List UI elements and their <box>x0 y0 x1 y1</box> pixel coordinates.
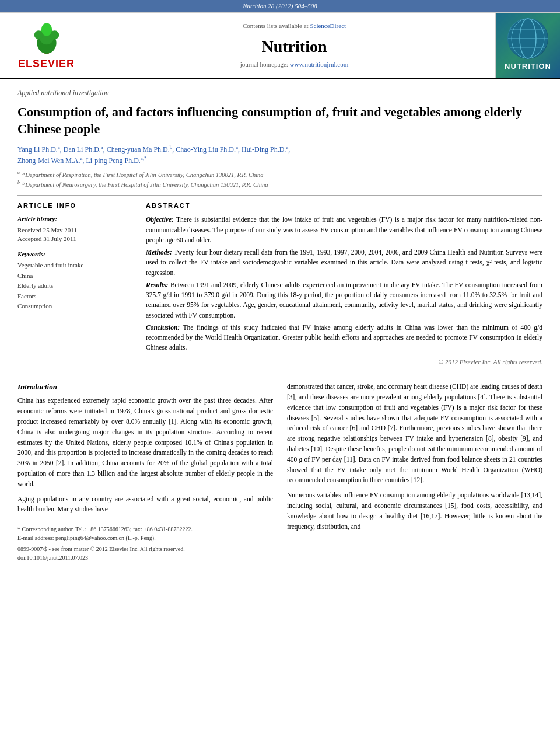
footnote-corresponding: * Corresponding author. Tel.: +86 137566… <box>18 525 273 534</box>
abstract-conclusion: Conclusion: The findings of this study i… <box>146 323 542 353</box>
results-text: Between 1991 and 2009, elderly Chinese a… <box>146 281 542 319</box>
methods-text: Twenty-four-hour dietary recall data fro… <box>146 249 542 276</box>
sciencedirect-link[interactable]: ScienceDirect <box>310 22 346 29</box>
journal-header: ELSEVIER Contents lists available at Sci… <box>0 12 560 78</box>
nutrition-globe-icon <box>508 18 548 59</box>
footnote-issn: 0899-9007/$ - see front matter © 2012 El… <box>18 545 273 553</box>
keyword-3: Elderly adults <box>18 281 124 291</box>
affiliations: a ᵃ Department of Respiration, the First… <box>18 169 542 190</box>
body-right-column: demonstrated that cancer, stroke, and co… <box>287 382 542 562</box>
keyword-1: Vegetable and fruit intake <box>18 260 124 271</box>
abstract-objective: Objective: There is substantial evidence… <box>146 215 542 245</box>
footnote-doi: doi:10.1016/j.nut.2011.07.023 <box>18 553 273 562</box>
intro-para-2: Aging populations in any country are ass… <box>18 494 273 515</box>
authors-list: Yang Li Ph.D.a, Dan Li Ph.D.a, Cheng-yua… <box>18 144 542 166</box>
journal-center: Contents lists available at ScienceDirec… <box>93 13 496 77</box>
keywords-label: Keywords: <box>18 250 124 259</box>
article-info-heading: ARTICLE INFO <box>18 201 124 210</box>
abstract-heading: ABSTRACT <box>146 201 542 210</box>
introduction-heading: Introduction <box>18 382 273 392</box>
results-label: Results: <box>146 281 168 288</box>
abstract-column: ABSTRACT Objective: There is substantial… <box>146 201 542 367</box>
elsevier-logo: ELSEVIER <box>0 13 93 77</box>
objective-label: Objective: <box>146 216 174 223</box>
svg-point-3 <box>41 23 51 36</box>
journal-title-display: Nutrition <box>262 35 327 58</box>
journal-page: Nutrition 28 (2012) 504–508 ELSEVIER C <box>0 0 560 571</box>
keywords-list: Vegetable and fruit intake China Elderly… <box>18 260 124 312</box>
section-divider <box>18 195 542 196</box>
keyword-5: Consumption <box>18 301 124 312</box>
abstract-text: Objective: There is substantial evidence… <box>146 215 542 353</box>
citation-text: Nutrition 28 (2012) 504–508 <box>243 2 317 9</box>
footnotes-section: * Corresponding author. Tel.: +86 137566… <box>18 521 273 562</box>
svg-point-5 <box>50 31 59 40</box>
intro-para-1: China has experienced extremely rapid ec… <box>18 396 273 489</box>
homepage-link[interactable]: www.nutritionjrnl.com <box>290 61 349 68</box>
received-date: Received 25 May 2011 <box>18 226 124 235</box>
abstract-results: Results: Between 1991 and 2009, elderly … <box>146 280 542 320</box>
keyword-4: Factors <box>18 291 124 302</box>
keywords-section: Keywords: Vegetable and fruit intake Chi… <box>18 250 124 312</box>
copyright-line: © 2012 Elsevier Inc. All rights reserved… <box>146 358 542 367</box>
accepted-date: Accepted 31 July 2011 <box>18 235 124 243</box>
citation-bar: Nutrition 28 (2012) 504–508 <box>0 0 560 12</box>
footnote-email: E-mail address: pengliping64@yahoo.com.c… <box>18 534 273 542</box>
body-two-column: Introduction China has experienced extre… <box>18 382 542 562</box>
history-label: Article history: <box>18 215 124 224</box>
affiliation-b: b ᵇ Department of Neurosurgery, the Firs… <box>18 179 542 189</box>
keyword-2: China <box>18 271 124 281</box>
nutrition-logo-box: NUTRITION <box>496 13 560 77</box>
right-para-2: Numerous variables influence FV consumpt… <box>287 490 542 532</box>
article-type: Applied nutritional investigation <box>18 88 542 101</box>
article-header-section: Applied nutritional investigation Consum… <box>0 79 560 376</box>
elsevier-label: ELSEVIER <box>18 57 75 71</box>
body-left-column: Introduction China has experienced extre… <box>18 382 273 562</box>
methods-label: Methods: <box>146 249 172 256</box>
main-content: Introduction China has experienced extre… <box>0 376 560 571</box>
homepage-line: journal homepage: www.nutritionjrnl.com <box>240 60 349 69</box>
right-para-1: demonstrated that cancer, stroke, and co… <box>287 382 542 486</box>
info-abstract-section: ARTICLE INFO Article history: Received 2… <box>18 201 542 367</box>
svg-point-4 <box>34 31 43 40</box>
abstract-methods: Methods: Twenty-four-hour dietary recall… <box>146 247 542 278</box>
article-title: Consumption of, and factors influencing … <box>18 104 542 137</box>
conclusion-label: Conclusion: <box>146 324 180 331</box>
objective-text: There is substantial evidence that the l… <box>146 216 542 243</box>
elsevier-tree-icon <box>23 19 70 54</box>
article-info-column: ARTICLE INFO Article history: Received 2… <box>18 201 134 367</box>
contents-line: Contents lists available at ScienceDirec… <box>243 22 346 30</box>
history-section: Article history: Received 25 May 2011 Ac… <box>18 215 124 243</box>
conclusion-text: The findings of this study indicated tha… <box>146 324 542 351</box>
nutrition-logo-text: NUTRITION <box>505 61 551 72</box>
affiliation-a: a ᵃ Department of Respiration, the First… <box>18 169 542 179</box>
